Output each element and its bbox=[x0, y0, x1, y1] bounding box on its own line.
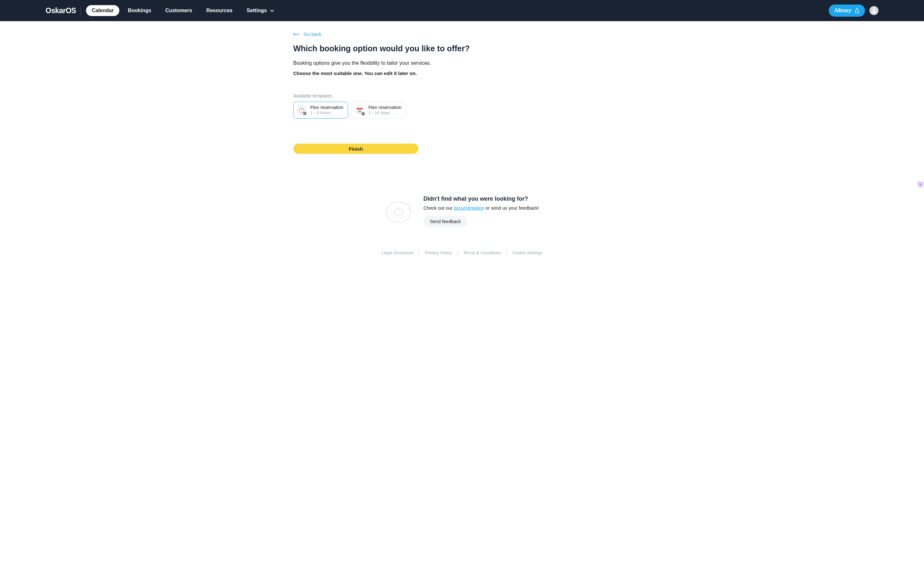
arrow-left-icon bbox=[293, 33, 300, 36]
svg-point-10 bbox=[386, 202, 411, 222]
footer-legal-disclosure[interactable]: Legal Disclosure bbox=[381, 250, 414, 255]
template-name: Flex reservation bbox=[310, 105, 343, 110]
footer-sep: | bbox=[419, 250, 420, 255]
svg-point-18 bbox=[402, 208, 403, 208]
help-text: Check out our documentation or send us y… bbox=[423, 205, 539, 211]
svg-text:21: 21 bbox=[358, 110, 361, 113]
share-icon bbox=[855, 8, 859, 13]
main-container: Go back Which booking option would you l… bbox=[286, 21, 638, 154]
svg-point-17 bbox=[393, 213, 393, 214]
svg-point-11 bbox=[394, 209, 403, 215]
help-content: Didn't find what you were looking for? C… bbox=[423, 195, 539, 227]
template-desc: 1 - 14 days bbox=[368, 110, 401, 116]
avatar[interactable] bbox=[869, 6, 879, 15]
header-left: OskarOS Calendar Bookings Customers Reso… bbox=[8, 5, 280, 16]
nav-calendar[interactable]: Calendar bbox=[86, 5, 120, 16]
send-feedback-button[interactable]: Send feedback bbox=[423, 216, 467, 227]
page-title: Which booking option would you like to o… bbox=[293, 44, 631, 53]
help-text-suffix: or send us your feedback! bbox=[484, 205, 539, 211]
svg-point-3 bbox=[304, 113, 305, 114]
logo[interactable]: OskarOS bbox=[45, 6, 81, 15]
page-subtitle: Booking options give you the flexibility… bbox=[293, 60, 631, 66]
donut-icon bbox=[385, 199, 414, 224]
section-label: Available templates bbox=[293, 93, 631, 98]
footer-sep: | bbox=[506, 250, 507, 255]
templates-list: Flex reservation 1 - 8 hours MAR 21 Flex bbox=[293, 102, 631, 119]
avatar-icon bbox=[871, 8, 877, 13]
svg-point-0 bbox=[873, 9, 875, 11]
nav-bookings[interactable]: Bookings bbox=[122, 5, 157, 16]
nav-settings-label: Settings bbox=[247, 8, 267, 13]
library-button[interactable]: /\ibrary bbox=[829, 5, 865, 17]
footer-links: Legal Disclosure | Privacy Policy | Term… bbox=[0, 250, 924, 255]
svg-point-16 bbox=[399, 206, 400, 207]
help-title: Didn't find what you were looking for? bbox=[423, 195, 539, 202]
finish-button[interactable]: Finish bbox=[293, 143, 418, 154]
nav-settings[interactable]: Settings bbox=[241, 5, 280, 16]
calendar-icon: MAR 21 bbox=[355, 105, 365, 115]
library-label: /\ibrary bbox=[835, 8, 851, 13]
gear-icon bbox=[361, 112, 365, 116]
choose-hint: Choose the most suitable one. You can ed… bbox=[293, 71, 631, 76]
svg-point-15 bbox=[404, 213, 405, 213]
help-text-prefix: Check out our bbox=[423, 205, 454, 211]
svg-point-13 bbox=[394, 216, 395, 216]
main-header: OskarOS Calendar Bookings Customers Reso… bbox=[0, 0, 924, 21]
svg-point-14 bbox=[401, 218, 401, 218]
header-divider bbox=[81, 6, 81, 15]
svg-point-20 bbox=[405, 216, 406, 216]
footer-cookie-settings[interactable]: Cookie Settings bbox=[512, 250, 543, 255]
go-back-label: Go back bbox=[304, 31, 321, 37]
footer-sep: | bbox=[457, 250, 458, 255]
help-section: Didn't find what you were looking for? C… bbox=[0, 195, 924, 227]
svg-point-9 bbox=[363, 113, 364, 114]
template-card-days[interactable]: MAR 21 Flex reservation 1 - 14 days bbox=[351, 102, 406, 119]
template-text: Flex reservation 1 - 14 days bbox=[368, 105, 401, 116]
clock-icon bbox=[297, 105, 306, 115]
header-right: /\ibrary bbox=[829, 5, 879, 17]
template-name: Flex reservation bbox=[368, 105, 401, 110]
svg-point-12 bbox=[391, 210, 392, 210]
gear-icon bbox=[303, 111, 307, 115]
template-desc: 1 - 8 hours bbox=[310, 110, 343, 116]
svg-point-19 bbox=[397, 218, 397, 219]
go-back-link[interactable]: Go back bbox=[293, 31, 321, 37]
chevron-down-icon bbox=[270, 10, 274, 12]
footer-privacy-policy[interactable]: Privacy Policy bbox=[425, 250, 452, 255]
nav-resources[interactable]: Resources bbox=[200, 5, 238, 16]
documentation-link[interactable]: documentation bbox=[454, 205, 484, 211]
svg-point-21 bbox=[389, 213, 390, 213]
beacon-widget[interactable]: ✕ bbox=[918, 182, 923, 187]
template-card-hours[interactable]: Flex reservation 1 - 8 hours bbox=[293, 102, 348, 119]
svg-text:MAR: MAR bbox=[359, 108, 360, 109]
footer-terms-conditions[interactable]: Terms & Conditions bbox=[463, 250, 501, 255]
main-nav: Calendar Bookings Customers Resources Se… bbox=[86, 5, 280, 16]
template-text: Flex reservation 1 - 8 hours bbox=[310, 105, 343, 116]
nav-customers[interactable]: Customers bbox=[160, 5, 198, 16]
